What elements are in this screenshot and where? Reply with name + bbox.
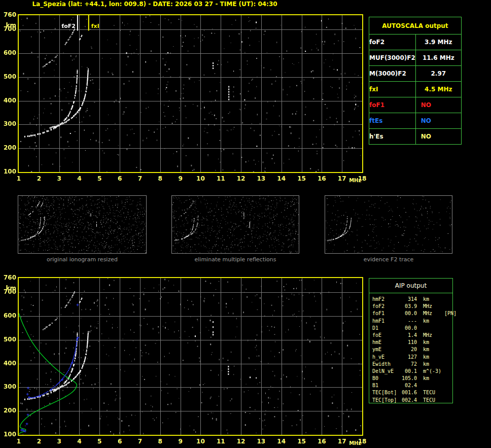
ionogram-canvas-bottom [19,278,362,435]
thumbnail-caption: evidence F2 trace [325,256,452,263]
aip-param-value: 00.1 [400,368,417,375]
autoscala-param-label: h'Es [369,129,416,145]
autoscala-param-label: foF2 [369,35,416,50]
autoscala-param-value: NO [415,129,461,145]
x-axis-tick-label: 7 [134,175,146,182]
x-axis-tick-label: 9 [174,175,187,182]
aip-param-extra [444,397,452,404]
x-axis-unit-label: MHz [349,440,361,446]
aip-param-extra [444,375,452,382]
autoscala-param-label: M(3000)F2 [369,66,416,82]
aip-col-gap [417,339,423,346]
aip-col-gap [417,303,423,310]
aip-output-table: AIP output hmF2314kmfoF203.9MHzfoF100.0M… [369,278,453,403]
aip-param-value: 001.6 [400,389,417,396]
y-axis-tick-label: 300 [1,120,16,127]
aip-param-label: hmE [372,339,400,346]
autoscala-table-row: h'EsNO [369,129,462,145]
aip-col-gap [417,397,423,404]
x-axis-tick-label: 2 [33,438,45,445]
aip-param-value: 1.4 [400,332,417,339]
aip-param-unit: km [423,375,444,382]
aip-col-gap [417,325,423,332]
aip-col-gap [417,310,423,317]
aip-param-label: h_vE [372,354,400,361]
aip-table-row: B0105.0km [372,375,452,382]
aip-table-rows: hmF2314kmfoF203.9MHzfoF100.0MHz[PN]hmF1-… [369,293,452,404]
x-axis-tick-label: 3 [53,175,65,182]
x-axis-tick-label: 2 [33,175,45,182]
aip-param-unit: MHz [423,310,444,317]
aip-param-label: hmF2 [372,296,400,303]
aip-param-unit [423,325,444,332]
aip-param-label: foF2 [372,303,400,310]
aip-param-value: 110 [400,339,417,346]
x-axis-tick-label: 11 [215,175,227,182]
aip-param-value: 002.4 [400,397,417,404]
aip-col-gap [417,361,423,368]
aip-param-unit [423,382,444,389]
aip-table-row: TEC[Top]002.4TECU [372,397,452,404]
y-axis-tick-label: 600 [1,312,16,319]
x-axis-tick-label: 6 [114,438,126,445]
x-axis-tick-label: 14 [275,175,288,182]
aip-param-label: D1 [372,325,400,332]
aip-param-unit: MHz [423,332,444,339]
aip-table-row: DelN_vE00.1m^(-3) [372,368,452,375]
x-axis-tick-label: 17 [336,438,348,445]
y-axis-tick-label: 760 [1,11,16,18]
autoscala-param-value: 4.5 MHz [415,82,461,97]
aip-table-row: foF100.0MHz[PN] [372,310,452,317]
aip-param-value: 72 [400,361,417,368]
aip-param-label: hmF1 [372,318,400,325]
aip-col-gap [417,296,423,303]
autoscala-param-value: NO [415,97,461,113]
x-axis-tick-label: 4 [73,438,85,445]
aip-table-row: ymE20km [372,346,452,353]
aip-param-extra [444,318,452,325]
x-axis-tick-label: 17 [336,175,348,182]
x-axis-tick-label: 10 [194,175,206,182]
x-axis-tick-label: 12 [235,438,247,445]
thumbnail-caption: original ionogram resized [18,256,147,263]
aip-param-label: TEC[Bot] [372,389,400,396]
autoscala-table-title: AUTOSCALA output [369,17,462,35]
y-axis-tick-label: 400 [1,360,16,367]
aip-table-row: B102.4 [372,382,452,389]
y-axis-tick-label: 400 [1,97,16,104]
aip-table-row: hmF2314km [372,296,452,303]
aip-param-value: 00.0 [400,325,417,332]
autoscala-param-value: 3.9 MHz [415,35,461,50]
fxi-marker-label: fxI [91,23,99,29]
aip-table-row: hmF1---km [372,318,452,325]
y-axis-unit-label: km [1,22,16,29]
aip-param-extra [444,361,452,368]
autoscala-table-row: fxI4.5 MHz [369,82,462,97]
autoscala-param-label: ftEs [369,113,416,129]
x-axis-tick-label: 4 [73,175,85,182]
x-axis-tick-label: 8 [154,175,166,182]
y-axis-tick-label: 100 [1,431,16,438]
autoscala-param-label: foF1 [369,97,416,113]
y-axis-tick-label: 500 [1,336,16,343]
fof2-marker-label: foF2 [56,23,76,29]
autoscala-table-row: MUF(3000)F211.6 MHz [369,50,462,66]
aip-param-value: 105.0 [400,375,417,382]
aip-table-row: D100.0 [372,325,452,332]
x-axis-tick-label: 8 [154,438,166,445]
autoscala-param-value: 2.97 [415,66,461,82]
aip-param-label: B1 [372,382,400,389]
x-axis-tick-label: 13 [255,175,267,182]
thumbnail-panel [171,195,299,254]
autoscala-window: La_Spezia (lat: +44.1, lon: 009.8) - DAT… [0,0,491,448]
x-axis-tick-label: 5 [93,175,106,182]
autoscala-output-table: AUTOSCALA output foF23.9 MHzMUF(3000)F21… [369,17,462,145]
aip-param-unit: km [423,318,444,325]
aip-param-unit: km [423,354,444,361]
aip-param-extra [444,296,452,303]
aip-col-gap [417,375,423,382]
y-axis-tick-label: 100 [1,168,16,175]
y-axis-tick-label: 760 [1,274,16,281]
aip-param-label: TEC[Top] [372,397,400,404]
y-axis-tick-label: 600 [1,49,16,56]
